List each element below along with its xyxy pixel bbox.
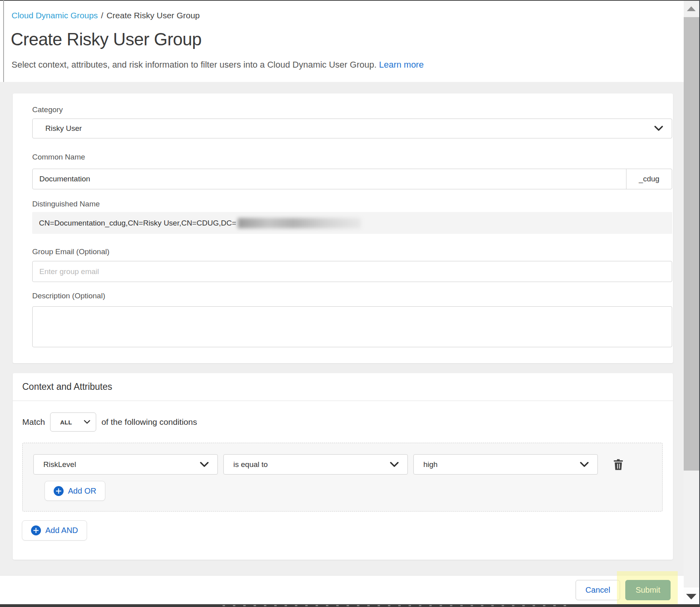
cancel-button[interactable]: Cancel	[576, 580, 620, 600]
page-body: Category Risky User Common Name Document…	[0, 82, 684, 575]
attribute-select[interactable]: RiskLevel	[33, 454, 218, 475]
common-name-group: Documentation _cdug	[32, 169, 672, 189]
add-or-button[interactable]: Add OR	[45, 481, 105, 501]
triangle-down-icon	[686, 594, 696, 599]
cropped-content-strip	[0, 604, 700, 607]
breadcrumb: Cloud Dynamic Groups/Create Risky User G…	[12, 10, 200, 21]
cropped-text-fragments	[223, 605, 572, 606]
operator-select[interactable]: is equal to	[223, 454, 408, 475]
operator-value: is equal to	[224, 460, 268, 469]
redacted-domain-value	[238, 218, 361, 228]
breadcrumb-current: Create Risky User Group	[107, 11, 200, 20]
distinguished-name-field: CN=Documentation_cdug,CN=Risky User,CN=C…	[32, 212, 672, 234]
common-name-label: Common Name	[32, 152, 662, 162]
page-subtitle: Select context, attributes, and risk inf…	[12, 59, 424, 71]
condition-row: RiskLevel is equal to high	[33, 454, 652, 475]
page-title: Create Risky User Group	[11, 28, 202, 51]
add-and-label: Add AND	[45, 526, 78, 535]
add-and-button[interactable]: Add AND	[22, 520, 87, 541]
description-textarea[interactable]	[32, 306, 672, 347]
window-top-border	[0, 0, 700, 1]
scrollbar-up-button[interactable]	[684, 0, 699, 17]
condition-group: RiskLevel is equal to high	[22, 443, 663, 512]
distinguished-name-value: CN=Documentation_cdug,CN=Risky User,CN=C…	[39, 219, 236, 228]
match-suffix: of the following conditions	[101, 417, 197, 427]
match-prefix: Match	[22, 417, 45, 427]
action-bar: Cancel Submit	[0, 575, 684, 604]
category-value: Risky User	[33, 124, 82, 133]
distinguished-name-label: Distinguished Name	[32, 199, 662, 209]
value-select[interactable]: high	[413, 454, 598, 475]
group-details-card: Category Risky User Common Name Document…	[13, 93, 673, 363]
category-select[interactable]: Risky User	[32, 119, 672, 138]
add-or-label: Add OR	[68, 486, 96, 496]
page-header: Cloud Dynamic Groups/Create Risky User G…	[0, 1, 684, 82]
breadcrumb-link-cloud-dynamic-groups[interactable]: Cloud Dynamic Groups	[12, 11, 98, 20]
scrollbar-thumb[interactable]	[684, 17, 699, 471]
trash-icon	[613, 459, 624, 471]
triangle-up-icon	[687, 6, 696, 11]
condition-value: high	[414, 460, 438, 469]
match-select[interactable]: ALL	[50, 412, 96, 432]
breadcrumb-separator: /	[101, 11, 103, 20]
match-row: Match ALL of the following conditions	[22, 412, 673, 432]
chevron-down-icon	[390, 462, 399, 467]
context-attributes-card: Context and Attributes Match ALL of the …	[13, 373, 673, 560]
submit-button[interactable]: Submit	[625, 580, 671, 600]
panel-left-border	[3, 0, 4, 82]
match-value: ALL	[50, 419, 72, 426]
learn-more-link[interactable]: Learn more	[379, 60, 424, 70]
chevron-down-icon	[200, 462, 209, 467]
description-label: Description (Optional)	[32, 291, 662, 301]
subtitle-text: Select context, attributes, and risk inf…	[12, 60, 376, 70]
plus-circle-icon	[54, 486, 64, 496]
category-label: Category	[32, 105, 662, 115]
attribute-value: RiskLevel	[34, 460, 76, 469]
chevron-down-icon	[654, 126, 663, 131]
plus-circle-icon	[31, 525, 41, 535]
delete-condition-button[interactable]	[611, 457, 625, 472]
scrollbar-down-button[interactable]	[684, 588, 699, 604]
group-email-label: Group Email (Optional)	[32, 247, 662, 257]
chevron-down-icon	[580, 462, 589, 467]
common-name-input[interactable]: Documentation	[33, 169, 626, 189]
common-name-suffix: _cdug	[626, 169, 672, 189]
vertical-scrollbar[interactable]	[684, 0, 699, 607]
group-email-input[interactable]	[32, 261, 672, 282]
section-title: Context and Attributes	[13, 373, 673, 401]
chevron-down-icon	[84, 420, 90, 424]
